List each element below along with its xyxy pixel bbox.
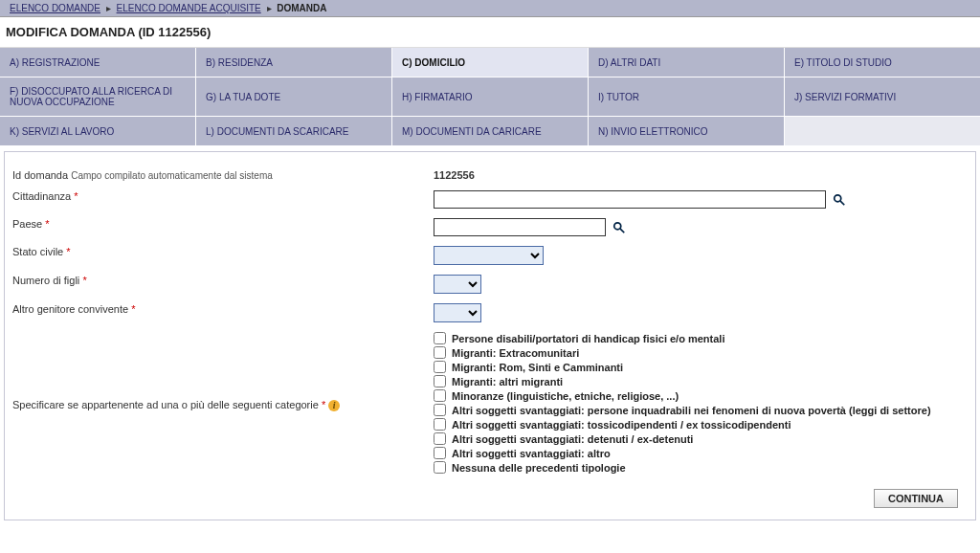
categoria-label: Minoranze (linguistiche, etniche, religi… bbox=[452, 390, 679, 402]
breadcrumb-current: DOMANDA bbox=[277, 3, 326, 13]
tab-la-tua-dote[interactable]: G) LA TUA DOTE bbox=[196, 77, 391, 116]
tab-documenti-caricare[interactable]: M) DOCUMENTI DA CARICARE bbox=[392, 117, 588, 145]
categoria-label: Migranti: altri migranti bbox=[452, 376, 563, 387]
chevron-right-icon: ▸ bbox=[106, 3, 111, 13]
tab-invio-elettronico[interactable]: N) INVIO ELETTRONICO bbox=[589, 117, 784, 145]
tab-altri-dati[interactable]: D) ALTRI DATI bbox=[589, 48, 784, 77]
categoria-checkbox[interactable] bbox=[434, 346, 446, 359]
categoria-label: Persone disabili/portatori di handicap f… bbox=[452, 333, 724, 344]
categoria-label: Altri soggetti svantaggiati: detenuti / … bbox=[452, 433, 693, 445]
categoria-checkbox[interactable] bbox=[434, 404, 446, 416]
required-marker: * bbox=[322, 399, 325, 410]
categoria-label: Migranti: Extracomunitari bbox=[452, 347, 579, 359]
categoria-checkbox[interactable] bbox=[434, 461, 446, 474]
select-stato-civile[interactable] bbox=[434, 246, 544, 265]
breadcrumb-link-elenco-domande[interactable]: ELENCO DOMANDE bbox=[10, 3, 100, 13]
button-row: CONTINUA bbox=[12, 485, 968, 508]
categorie-list: Persone disabili/portatori di handicap f… bbox=[434, 332, 968, 474]
row-altro-genitore: Altro genitore convivente * bbox=[12, 303, 968, 322]
categoria-label: Altri soggetti svantaggiati: tossicodipe… bbox=[452, 419, 791, 431]
categoria-label: Altri soggetti svantaggiati: altro bbox=[452, 448, 611, 459]
row-id-domanda: Id domanda Campo compilato automaticamen… bbox=[12, 169, 968, 181]
label-stato-civile: Stato civile bbox=[12, 246, 63, 257]
input-cittadinanza[interactable] bbox=[434, 190, 826, 209]
required-marker: * bbox=[45, 218, 49, 230]
row-cittadinanza: Cittadinanza * bbox=[12, 190, 968, 209]
tabs-grid: A) REGISTRAZIONE B) RESIDENZA C) DOMICIL… bbox=[0, 48, 980, 151]
tab-domicilio[interactable]: C) DOMICILIO bbox=[392, 48, 588, 77]
svg-point-2 bbox=[614, 222, 621, 229]
categoria-item[interactable]: Migranti: Rom, Sinti e Camminanti bbox=[434, 361, 968, 373]
row-paese: Paese * bbox=[12, 218, 968, 236]
required-marker: * bbox=[131, 303, 135, 315]
categoria-checkbox[interactable] bbox=[434, 447, 446, 459]
tab-servizi-formativi[interactable]: J) SERVIZI FORMATIVI bbox=[785, 77, 980, 116]
categoria-item[interactable]: Migranti: Extracomunitari bbox=[434, 346, 968, 359]
required-marker: * bbox=[74, 190, 78, 202]
label-altro-genitore: Altro genitore convivente bbox=[12, 303, 128, 315]
row-stato-civile: Stato civile * bbox=[12, 246, 968, 265]
continua-button[interactable]: CONTINUA bbox=[874, 489, 958, 508]
tab-titolo-studio[interactable]: E) TITOLO DI STUDIO bbox=[785, 48, 980, 77]
value-id-domanda: 1122556 bbox=[434, 169, 475, 181]
lookup-icon[interactable] bbox=[612, 221, 626, 236]
tab-firmatario[interactable]: H) FIRMATARIO bbox=[392, 77, 588, 116]
required-marker: * bbox=[82, 275, 86, 286]
categoria-item[interactable]: Migranti: altri migranti bbox=[434, 375, 968, 387]
breadcrumb: ELENCO DOMANDE ▸ ELENCO DOMANDE ACQUISIT… bbox=[0, 0, 980, 17]
select-altro-genitore[interactable] bbox=[434, 303, 481, 322]
tab-servizi-lavoro[interactable]: K) SERVIZI AL LAVORO bbox=[0, 117, 195, 145]
label-id-domanda: Id domanda bbox=[12, 169, 68, 181]
tab-empty bbox=[785, 117, 980, 145]
categoria-item[interactable]: Altri soggetti svantaggiati: persone inq… bbox=[434, 404, 968, 416]
select-numero-figli[interactable] bbox=[434, 275, 481, 294]
categoria-checkbox[interactable] bbox=[434, 375, 446, 387]
svg-point-0 bbox=[835, 194, 841, 201]
label-paese: Paese bbox=[12, 218, 42, 230]
tab-documenti-scaricare[interactable]: L) DOCUMENTI DA SCARICARE bbox=[196, 117, 391, 145]
categoria-item[interactable]: Persone disabili/portatori di handicap f… bbox=[434, 332, 968, 344]
categoria-label: Nessuna delle precedenti tipologie bbox=[452, 462, 626, 474]
input-paese[interactable] bbox=[434, 218, 606, 236]
categoria-checkbox[interactable] bbox=[434, 432, 446, 445]
hint-id-domanda: Campo compilato automaticamente dal sist… bbox=[71, 170, 273, 181]
label-numero-figli: Numero di figli bbox=[12, 275, 79, 286]
categoria-checkbox[interactable] bbox=[434, 361, 446, 373]
label-cittadinanza: Cittadinanza bbox=[12, 190, 71, 202]
categoria-checkbox[interactable] bbox=[434, 332, 446, 344]
categoria-item[interactable]: Nessuna delle precedenti tipologie bbox=[434, 461, 968, 474]
svg-line-1 bbox=[840, 200, 844, 204]
page-title: MODIFICA DOMANDA (ID 1122556) bbox=[0, 17, 980, 48]
tab-residenza[interactable]: B) RESIDENZA bbox=[196, 48, 391, 77]
tab-registrazione[interactable]: A) REGISTRAZIONE bbox=[0, 48, 195, 77]
categoria-item[interactable]: Minoranze (linguistiche, etniche, religi… bbox=[434, 389, 968, 402]
info-icon[interactable]: i bbox=[328, 400, 340, 411]
row-numero-figli: Numero di figli * bbox=[12, 275, 968, 294]
categoria-item[interactable]: Altri soggetti svantaggiati: tossicodipe… bbox=[434, 418, 968, 431]
svg-line-3 bbox=[620, 228, 624, 232]
tab-disoccupato[interactable]: F) DISOCCUPATO ALLA RICERCA DI NUOVA OCC… bbox=[0, 77, 195, 116]
row-categorie: Specificare se appartenente ad una o più… bbox=[12, 332, 968, 476]
required-marker: * bbox=[66, 246, 70, 257]
categoria-label: Migranti: Rom, Sinti e Camminanti bbox=[452, 362, 623, 373]
chevron-right-icon: ▸ bbox=[267, 3, 272, 13]
categoria-item[interactable]: Altri soggetti svantaggiati: altro bbox=[434, 447, 968, 459]
form-area: Id domanda Campo compilato automaticamen… bbox=[4, 151, 976, 520]
lookup-icon[interactable] bbox=[833, 193, 846, 209]
tab-tutor[interactable]: I) TUTOR bbox=[589, 77, 784, 116]
breadcrumb-link-elenco-domande-acquisite[interactable]: ELENCO DOMANDE ACQUISITE bbox=[117, 3, 261, 13]
categoria-label: Altri soggetti svantaggiati: persone inq… bbox=[452, 405, 931, 416]
categoria-checkbox[interactable] bbox=[434, 389, 446, 402]
categoria-checkbox[interactable] bbox=[434, 418, 446, 431]
categoria-item[interactable]: Altri soggetti svantaggiati: detenuti / … bbox=[434, 432, 968, 445]
label-categorie: Specificare se appartenente ad una o più… bbox=[12, 399, 319, 410]
